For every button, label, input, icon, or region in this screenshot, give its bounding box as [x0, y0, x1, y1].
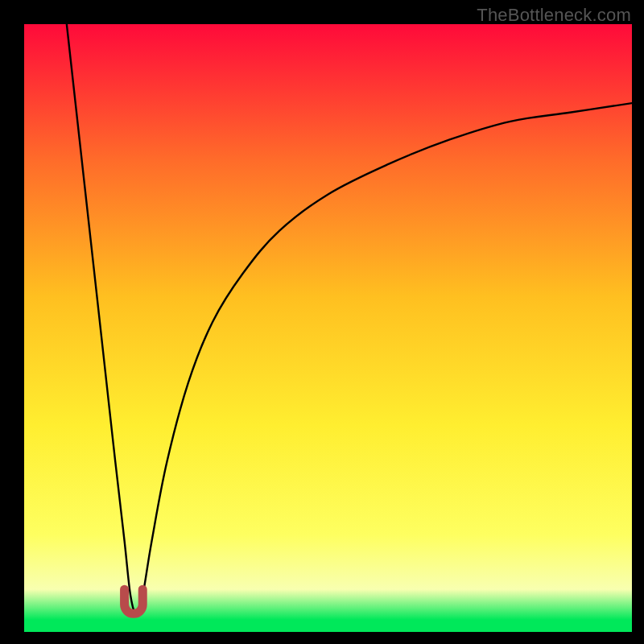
outer-frame: TheBottleneck.com	[0, 0, 644, 644]
watermark-text: TheBottleneck.com	[477, 5, 631, 26]
plot-area	[24, 24, 632, 632]
bottleneck-chart	[24, 24, 632, 632]
